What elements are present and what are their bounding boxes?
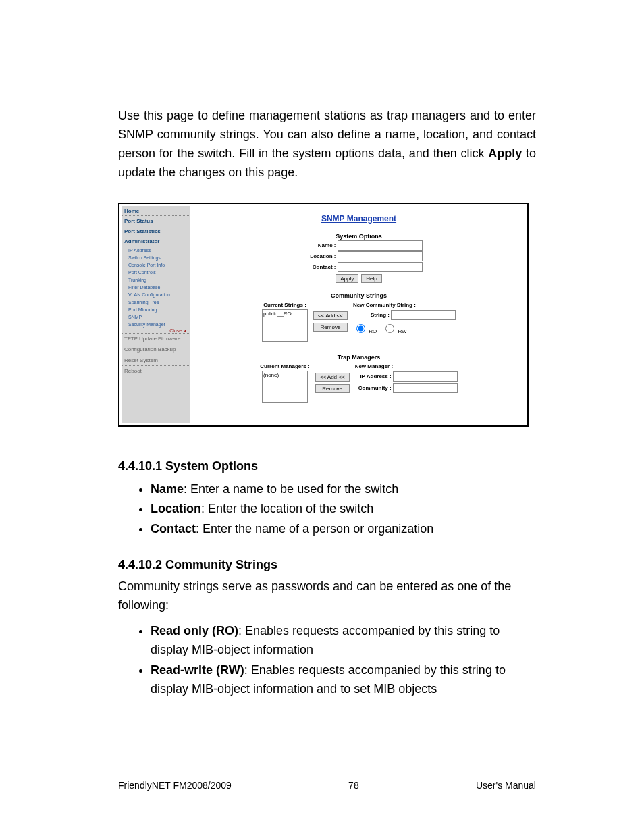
list-item: Read-write (RW): Enables requests accomp… (151, 661, 536, 699)
section-2-title: 4.4.10.2 Community Strings (118, 558, 536, 572)
sb-sub-ip[interactable]: IP Address (122, 246, 190, 254)
new-manager-label: New Manager : (355, 363, 393, 369)
community-add-button[interactable]: << Add << (313, 311, 348, 320)
sb-sub-mirror[interactable]: Port Mirroring (122, 306, 190, 313)
trap-community-label: Community : (355, 385, 392, 391)
name-input[interactable] (338, 240, 423, 251)
screenshot-sidebar: Home Port Status Port Statistics Adminis… (122, 206, 190, 423)
community-heading: Community Strings (192, 292, 525, 299)
contact-input[interactable] (338, 262, 423, 272)
location-input[interactable] (338, 251, 423, 261)
current-managers-label: Current Managers : (260, 363, 309, 369)
section-2-para: Community strings serve as passwords and… (118, 577, 536, 615)
sb-sub-filter[interactable]: Filter Database (122, 284, 190, 291)
intro-pre: Use this page to define management stati… (118, 109, 536, 160)
ip-input[interactable] (393, 371, 458, 382)
sb-tftp[interactable]: TFTP Update Firmware (122, 333, 190, 344)
screenshot-main: SNMP Management System Options Name : Lo… (192, 206, 525, 423)
section-1-list: Name: Enter a name to be used for the sw… (151, 480, 536, 540)
footer-left: FriendlyNET FM2008/2009 (118, 780, 232, 791)
ip-label: IP Address : (355, 373, 392, 380)
ro-radio[interactable]: RO (353, 322, 377, 334)
current-strings-label: Current Strings : (263, 302, 306, 308)
sb-home[interactable]: Home (122, 206, 190, 216)
list-item: Location: Enter the location of the swit… (151, 500, 536, 519)
section-2-list: Read only (RO): Enables requests accompa… (151, 622, 536, 699)
ro-radio-input[interactable] (356, 324, 365, 333)
trap-community-input[interactable] (393, 383, 458, 393)
sb-sub-portctrl[interactable]: Port Controls (122, 269, 190, 276)
system-options-heading: System Options (192, 233, 525, 240)
sb-cfg[interactable]: Configuration Backup (122, 344, 190, 355)
name-label: Name : (296, 242, 336, 249)
community-remove-button[interactable]: Remove (313, 323, 348, 332)
sb-close[interactable]: Close ▲ (122, 328, 190, 333)
contact-label: Contact : (296, 264, 336, 270)
string-input[interactable] (391, 310, 456, 320)
snmp-screenshot: Home Port Status Port Statistics Adminis… (118, 203, 529, 427)
list-item: Read only (RO): Enables requests accompa… (151, 622, 536, 660)
sb-port-status[interactable]: Port Status (122, 216, 190, 226)
intro-paragraph: Use this page to define management stati… (118, 107, 536, 182)
trap-heading: Trap Managers (192, 354, 525, 361)
sb-sub-spanning[interactable]: Spanning Tree (122, 298, 190, 306)
rw-radio[interactable]: RW (382, 322, 406, 334)
footer-center: 78 (348, 780, 359, 791)
sb-reboot[interactable]: Reboot (122, 365, 190, 376)
string-label: String : (353, 312, 390, 318)
snmp-title: SNMP Management (192, 214, 525, 224)
sb-sub-switch[interactable]: Switch Settings (122, 254, 190, 261)
current-strings-list[interactable]: public__RO (262, 309, 308, 342)
footer-right: User's Manual (476, 780, 536, 791)
trap-remove-button[interactable]: Remove (315, 384, 350, 393)
location-label: Location : (296, 253, 336, 259)
current-managers-list[interactable]: (none) (262, 371, 308, 403)
list-item: Name: Enter a name to be used for the sw… (151, 480, 536, 499)
help-button[interactable]: Help (361, 274, 381, 283)
list-item: Contact: Enter the name of a person or o… (151, 520, 536, 539)
page-footer: FriendlyNET FM2008/2009 78 User's Manual (118, 780, 536, 791)
intro-bold: Apply (488, 147, 522, 160)
sb-reset[interactable]: Reset System (122, 355, 190, 365)
sb-sub-trunking[interactable]: Trunking (122, 276, 190, 284)
trap-add-button[interactable]: << Add << (315, 373, 350, 382)
sb-sub-vlan[interactable]: VLAN Configuration (122, 291, 190, 298)
rw-radio-input[interactable] (385, 324, 394, 333)
apply-button[interactable]: Apply (336, 274, 358, 283)
sb-port-statistics[interactable]: Port Statistics (122, 226, 190, 236)
sb-administrator[interactable]: Administrator (122, 236, 190, 246)
sb-sub-console[interactable]: Console Port Info (122, 261, 190, 269)
new-community-label: New Community String : (353, 302, 416, 308)
section-1-title: 4.4.10.1 System Options (118, 459, 536, 473)
sb-sub-snmp[interactable]: SNMP (122, 313, 190, 321)
document-page: Use this page to define management stati… (0, 0, 644, 834)
sb-sub-security[interactable]: Security Manager (122, 321, 190, 328)
